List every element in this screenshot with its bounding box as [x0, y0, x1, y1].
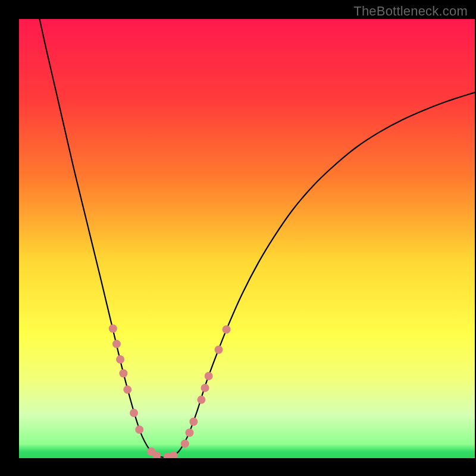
chart-container: TheBottleneck.com [0, 0, 476, 476]
marker-point [189, 418, 198, 426]
marker-point [109, 324, 117, 333]
marker-point [130, 409, 138, 417]
watermark-text: TheBottleneck.com [353, 4, 468, 19]
marker-point [119, 369, 127, 378]
marker-point [116, 355, 124, 364]
marker-point [201, 384, 209, 392]
marker-point [135, 425, 143, 434]
marker-point [205, 372, 213, 380]
bottleneck-chart [0, 0, 476, 476]
marker-point [123, 386, 131, 394]
marker-point [112, 340, 121, 348]
marker-point [215, 346, 223, 354]
marker-point [223, 325, 231, 334]
marker-point [185, 428, 193, 437]
marker-point [197, 396, 205, 404]
marker-point [181, 440, 189, 448]
plot-background [19, 19, 475, 458]
